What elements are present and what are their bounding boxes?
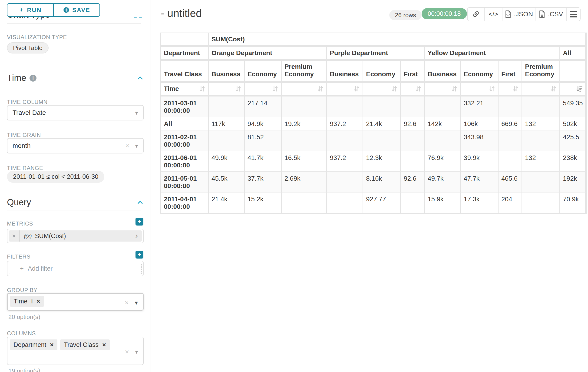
travel-class-header: Economy — [363, 61, 401, 83]
query-section-header[interactable]: Query — [7, 197, 144, 207]
column-sort-header[interactable] — [522, 83, 560, 96]
column-sort-header[interactable] — [327, 83, 363, 96]
column-sort-header[interactable] — [499, 83, 522, 96]
column-sort-header[interactable] — [245, 83, 282, 96]
column-sort-header[interactable] — [425, 83, 461, 96]
metric-item[interactable]: × f(x) SUM(Cost) › — [9, 230, 142, 242]
chevron-right-icon[interactable]: › — [131, 230, 142, 242]
group-by-select[interactable]: Timei× × ▾ — [7, 293, 144, 311]
value-cell — [363, 130, 401, 151]
sort-desc-icon[interactable] — [576, 85, 583, 92]
chart-title[interactable]: - untitled — [161, 7, 202, 20]
value-cell: 217.14 — [245, 96, 282, 117]
department-group-header: All — [560, 47, 586, 61]
copy-link-button[interactable] — [468, 8, 484, 21]
sort-icon[interactable] — [489, 85, 495, 92]
value-cell: 37.7k — [245, 172, 282, 192]
value-cell: 39.9k — [461, 151, 499, 172]
clear-icon[interactable]: × — [125, 348, 129, 355]
remove-metric-icon[interactable]: × — [9, 230, 20, 242]
time-column-select[interactable]: Travel Date ▾ — [7, 105, 144, 120]
panel-collapse-icon[interactable] — [134, 17, 137, 18]
chevron-down-icon[interactable]: ▾ — [135, 110, 138, 116]
add-filter-button[interactable]: + Add filter — [9, 263, 142, 274]
sort-icon[interactable] — [272, 85, 279, 92]
sort-icon[interactable] — [353, 85, 360, 92]
column-sort-header[interactable] — [282, 83, 327, 96]
clear-icon[interactable]: × — [125, 142, 129, 149]
selected-value-tag[interactable]: Timei× — [10, 296, 44, 307]
sort-icon[interactable] — [451, 85, 458, 92]
panel-collapse-icon[interactable] — [139, 17, 142, 18]
metrics-container: × f(x) SUM(Cost) › — [7, 229, 144, 243]
sort-icon[interactable] — [235, 85, 242, 92]
sort-icon[interactable] — [391, 85, 398, 92]
visualization-type-pill[interactable]: Pivot Table — [7, 42, 49, 53]
value-cell: 92.6 — [401, 172, 425, 192]
sort-icon[interactable] — [199, 85, 206, 92]
column-sort-header[interactable] — [560, 83, 586, 96]
chevron-down-icon[interactable]: ▾ — [135, 349, 138, 355]
selected-value-tag[interactable]: Travel Class× — [60, 340, 110, 350]
time-sort-header[interactable]: Time — [161, 83, 209, 96]
value-cell — [401, 192, 425, 213]
chevron-up-icon[interactable] — [137, 199, 144, 206]
selected-value-tag[interactable]: Department× — [10, 340, 57, 350]
save-button[interactable]: SAVE — [54, 4, 99, 16]
value-cell: 343.98 — [461, 130, 499, 151]
travel-class-header: Premium Economy — [522, 61, 560, 83]
columns-select[interactable]: Department×Travel Class× × ▾ — [7, 337, 144, 365]
travel-class-header: Economy — [461, 61, 499, 83]
travel-class-header: Premium Economy — [282, 61, 327, 83]
value-cell: 19.2k — [282, 117, 327, 130]
column-sort-header[interactable] — [209, 83, 245, 96]
row-header-cell: 2011-02-01 00:00:00 — [161, 130, 209, 151]
value-cell: 549.35 — [560, 96, 586, 117]
time-section-header[interactable]: Time i — [7, 73, 144, 83]
link-icon — [472, 11, 480, 18]
pivot-table-container: SUM(Cost)DepartmentOrange DepartmentPurp… — [160, 32, 587, 214]
column-sort-header[interactable] — [401, 83, 425, 96]
travel-class-header: Economy — [245, 61, 282, 83]
value-cell: 502k — [560, 117, 586, 130]
sort-icon[interactable] — [317, 85, 324, 92]
value-cell — [327, 96, 363, 117]
value-cell — [401, 96, 425, 117]
run-button[interactable]: RUN — [7, 4, 54, 16]
export-json-button[interactable]: .JSON — [502, 8, 535, 21]
menu-button[interactable] — [566, 8, 580, 21]
chevron-down-icon[interactable]: ▾ — [135, 143, 138, 149]
clear-icon[interactable]: × — [125, 299, 129, 306]
value-cell — [363, 96, 401, 117]
chevron-up-icon[interactable] — [137, 75, 144, 82]
table-row: All117k94.9k19.2k937.221.4k92.6142k106k6… — [161, 117, 586, 130]
row-count-badge: 26 rows — [389, 10, 422, 20]
export-csv-button[interactable]: .CSV — [535, 8, 566, 21]
remove-tag-icon[interactable]: × — [50, 341, 54, 349]
value-cell: 76.9k — [425, 151, 461, 172]
sort-icon[interactable] — [415, 85, 422, 92]
metrics-label: METRICS — [7, 220, 33, 227]
remove-tag-icon[interactable]: × — [36, 298, 40, 305]
department-group-header: Orange Department — [209, 47, 327, 61]
view-query-button[interactable]: </> — [484, 8, 502, 21]
time-range-pill[interactable]: 2011-01-01 ≤ col < 2011-06-30 — [7, 171, 104, 183]
value-cell: 238k — [560, 151, 586, 172]
chevron-down-icon[interactable]: ▾ — [135, 300, 138, 306]
sort-icon[interactable] — [550, 85, 557, 92]
time-grain-label: TIME GRAIN — [7, 132, 41, 138]
sort-icon[interactable] — [512, 85, 519, 92]
add-filter-plus-button[interactable]: + — [136, 251, 143, 258]
time-grain-select[interactable]: month × ▾ — [7, 138, 144, 153]
value-cell: 15.9k — [425, 192, 461, 213]
value-cell — [425, 96, 461, 117]
visualization-type-label: VISUALIZATION TYPE — [7, 34, 67, 41]
remove-tag-icon[interactable]: × — [102, 341, 106, 349]
column-sort-header[interactable] — [461, 83, 499, 96]
value-cell: 332.21 — [461, 96, 499, 117]
tag-label: Time — [14, 298, 27, 305]
column-sort-header[interactable] — [363, 83, 401, 96]
add-metric-button[interactable]: + — [136, 218, 143, 225]
value-cell: 16.5k — [282, 151, 327, 172]
value-cell — [282, 130, 327, 151]
